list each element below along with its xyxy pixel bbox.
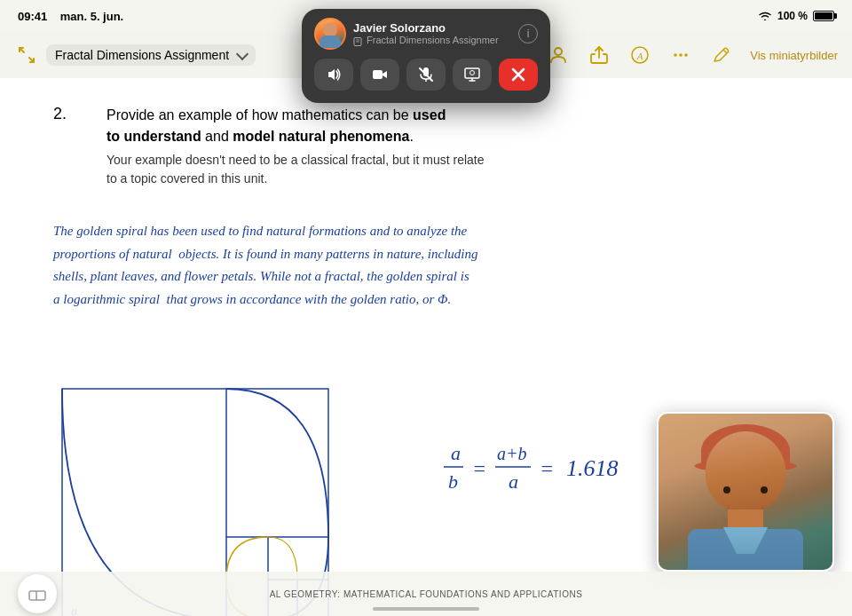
title-chevron-icon [236,47,248,59]
camera-feed [657,412,834,572]
minimize-icon [17,45,36,65]
formula-area: a b = a+b a = 1.618 [426,433,657,509]
person-icon [548,44,569,66]
eraser-icon [28,584,47,604]
markup-button[interactable]: A [627,43,652,67]
mute-button[interactable] [406,59,446,91]
home-indicator [373,607,479,611]
camera-icon [371,66,389,83]
svg-rect-36 [465,68,479,78]
question-block: 2. Provide an example of how mathematics… [53,105,799,188]
battery-label: 100 % [777,10,808,22]
svg-line-8 [723,50,727,53]
volume-button[interactable] [314,59,353,91]
status-time: 09:41 man. 5. jun. [18,10,123,23]
date-display: man. 5. jun. [60,10,124,23]
document-title: Fractal Dimensions Assignment [55,48,229,62]
facetime-controls [314,59,538,91]
screen-icon [463,66,481,83]
person-face [706,431,785,511]
end-call-button[interactable] [499,59,538,91]
svg-text:b: b [448,470,458,493]
book-title: AL GEOMETRY: MATHEMATICAL FOUNDATIONS AN… [270,589,583,599]
person-eyes [723,486,768,494]
facetime-doc-name: Fractal Dimensions Assignmer [353,35,511,45]
svg-text:a: a [509,470,518,493]
eye-left [723,486,730,494]
word-that: that [167,292,187,306]
markup-icon: A [630,45,650,65]
facetime-name: Javier Solorzano [353,21,511,35]
question-text: Provide an example of how mathematics ca… [106,105,799,147]
svg-text:=: = [540,457,554,480]
eye-right [761,486,768,494]
svg-rect-32 [373,70,383,79]
share-icon [589,45,609,65]
time-display: 09:41 [18,10,47,23]
facetime-info-button[interactable]: i [518,24,538,43]
edit-button[interactable] [709,43,734,67]
ellipsis-icon [671,45,690,65]
minimize-button[interactable] [14,43,39,67]
handwritten-answer: The golden spiral has been used to find … [53,220,799,311]
battery-icon [813,11,834,21]
svg-rect-27 [29,591,45,600]
svg-text:=: = [472,457,486,480]
share-button[interactable] [587,43,611,67]
question-subtext: Your example doesn't need to be a classi… [106,151,799,188]
toolbar-right: A Vis miniatyrbilder [546,43,838,67]
svg-text:A: A [636,51,643,61]
doc-icon [353,37,362,46]
svg-point-39 [470,71,475,75]
status-right: 100 % [758,10,834,22]
svg-text:a+b: a+b [497,444,527,463]
svg-point-6 [679,53,682,57]
wifi-icon [758,11,772,21]
end-call-icon [510,67,526,83]
svg-text:a: a [451,442,461,464]
avatar-image [316,20,344,48]
facetime-header: Javier Solorzano Fractal Dimensions Assi… [314,18,538,50]
eraser-button[interactable] [18,574,57,613]
facetime-overlay: Javier Solorzano Fractal Dimensions Assi… [302,9,550,103]
avatar-body [320,36,341,48]
svg-point-2 [555,48,562,55]
camera-button[interactable] [360,59,399,91]
svg-text:1.618: 1.618 [566,455,619,481]
facetime-doc-label: Fractal Dimensions Assignmer [367,35,499,45]
question-number: 2. [53,105,67,123]
facetime-avatar [314,18,346,50]
info-icon: i [527,28,530,40]
document-area: 2. Provide an example of how mathematics… [0,78,852,616]
camera-person [659,414,832,570]
mic-icon [417,66,435,83]
toolbar-left: Fractal Dimensions Assignment [14,43,256,67]
svg-point-5 [674,53,677,57]
pencil-icon [712,45,731,65]
svg-point-7 [684,53,688,57]
more-options-button[interactable] [668,43,693,67]
speaker-icon [325,66,343,83]
formula-svg: a b = a+b a = 1.618 [435,433,648,504]
screen-share-button[interactable] [453,59,492,91]
document-title-bar[interactable]: Fractal Dimensions Assignment [46,44,256,66]
facetime-user-info: Javier Solorzano Fractal Dimensions Assi… [353,21,511,45]
thumbnails-button[interactable]: Vis miniatyrbilder [750,49,838,62]
